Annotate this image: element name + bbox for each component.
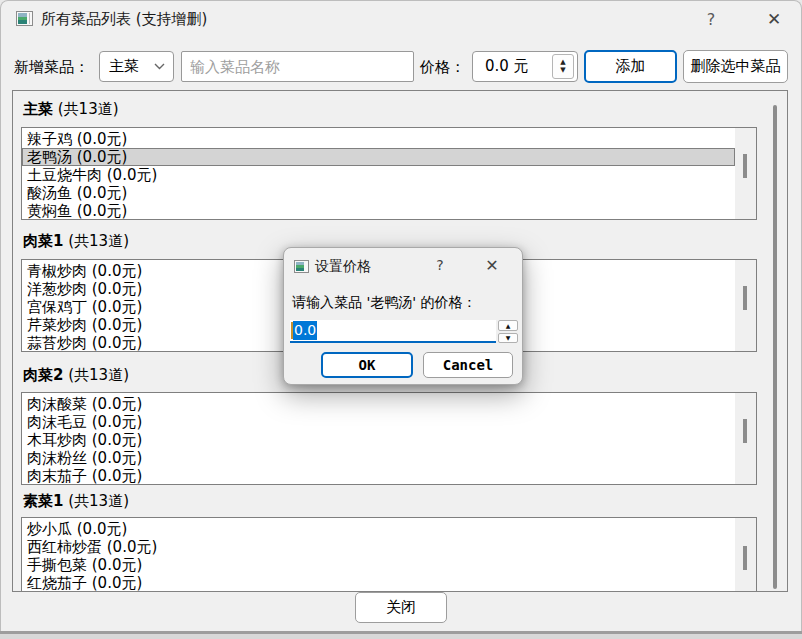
listbox-meat2[interactable]: 肉沫酸菜 (0.0元) 肉沫毛豆 (0.0元) 木耳炒肉 (0.0元) 肉沫粉丝… [21,392,757,485]
dish-item[interactable]: 手撕包菜 (0.0元) [22,556,735,574]
close-icon[interactable]: ✕ [759,6,789,32]
spin-down-icon[interactable]: ▼ [560,67,565,74]
dish-item[interactable]: 肉沫毛豆 (0.0元) [22,413,735,431]
text-caret [291,322,293,339]
ok-button[interactable]: OK [321,352,413,378]
listbox-scrollbar-thumb[interactable] [743,286,747,310]
listbox-scrollbar[interactable] [735,393,756,484]
dialog-app-icon-bands [296,262,304,271]
dish-item-selected[interactable]: 老鸭汤 (0.0元) [22,148,735,166]
window-title: 所有菜品列表 (支持增删) [41,10,207,29]
set-price-dialog: 设置价格 ? ✕ 请输入菜品 '老鸭汤' 的价格： 0.0 ▲ ▼ OK Can… [283,247,523,385]
main-window: 所有菜品列表 (支持增删) ? ✕ 新增菜品： 主菜 价格： 0.0 元 ▲ ▼… [0,0,802,639]
cancel-button[interactable]: Cancel [423,352,513,378]
dialog-title: 设置价格 [315,258,371,276]
frame-scrollbar-thumb[interactable] [773,105,777,589]
app-icon-bands [18,13,27,24]
price-spinbox-value: 0.0 元 [473,57,552,76]
dialog-price-spinbox[interactable]: 0.0 ▲ ▼ [290,320,518,343]
listbox-main[interactable]: 辣子鸡 (0.0元) 老鸭汤 (0.0元) 土豆烧牛肉 (0.0元) 酸汤鱼 (… [21,127,757,220]
dish-item[interactable]: 辣子鸡 (0.0元) [22,130,735,148]
section-title-main: 主菜 (共13道) [23,100,119,119]
dish-item[interactable]: 炒小瓜 (0.0元) [22,520,735,538]
category-select[interactable]: 主菜 [99,51,174,82]
dish-item[interactable]: 黄焖鱼 (0.0元) [22,202,735,220]
category-select-value: 主菜 [109,57,154,76]
section-title-meat1: 肉菜1 (共13道) [23,232,129,251]
window-bottom-shadow [0,634,802,639]
dish-item[interactable]: 木耳炒肉 (0.0元) [22,431,735,449]
spin-up-icon[interactable]: ▲ [498,320,518,331]
close-window-button[interactable]: 关闭 [355,592,447,623]
help-button[interactable]: ? [696,6,726,32]
listbox-veg1[interactable]: 炒小瓜 (0.0元) 西红柿炒蛋 (0.0元) 手撕包菜 (0.0元) 红烧茄子… [21,517,757,592]
dish-item[interactable]: 西红柿炒蛋 (0.0元) [22,538,735,556]
dish-item[interactable]: 肉沫酸菜 (0.0元) [22,395,735,413]
listbox-scrollbar[interactable] [735,518,756,592]
dialog-help-button[interactable]: ? [428,253,452,277]
price-spinbox-arrows[interactable]: ▲ ▼ [552,54,574,79]
listbox-scrollbar-thumb[interactable] [743,419,747,443]
section-title-veg1: 素菜1 (共13道) [23,492,129,511]
listbox-scrollbar[interactable] [735,260,756,351]
add-button[interactable]: 添加 [584,50,677,83]
dialog-price-entry[interactable]: 0.0 [290,320,496,343]
dish-item[interactable]: 土豆烧牛肉 (0.0元) [22,166,735,184]
spin-up-icon[interactable]: ▲ [560,59,565,66]
dialog-app-icon [294,260,309,273]
dish-name-input[interactable] [181,51,414,82]
listbox-scrollbar-thumb[interactable] [743,154,747,178]
price-label: 价格： [420,58,465,77]
section-title-meat2: 肉菜2 (共13道) [23,366,129,385]
dialog-prompt: 请输入菜品 '老鸭汤' 的价格： [292,294,477,312]
dish-item[interactable]: 肉沫粉丝 (0.0元) [22,449,735,467]
delete-selected-button[interactable]: 删除选中菜品 [683,50,788,83]
price-spinbox[interactable]: 0.0 元 ▲ ▼ [472,51,578,82]
chevron-down-icon [154,63,165,70]
new-dish-label: 新增菜品： [14,58,89,77]
spin-down-icon[interactable]: ▼ [498,333,518,344]
dish-item[interactable]: 红烧茄子 (0.0元) [22,574,735,592]
listbox-scrollbar[interactable] [735,128,756,219]
app-icon [16,11,33,26]
app-icon-stripe [29,13,30,24]
dialog-close-icon[interactable]: ✕ [480,253,504,277]
dialog-price-selected-text: 0.0 [293,321,317,340]
listbox-scrollbar-thumb[interactable] [743,546,747,570]
dialog-spin-arrows[interactable]: ▲ ▼ [498,320,518,343]
dish-item[interactable]: 酸汤鱼 (0.0元) [22,184,735,202]
dish-item[interactable]: 肉末茄子 (0.0元) [22,467,735,485]
